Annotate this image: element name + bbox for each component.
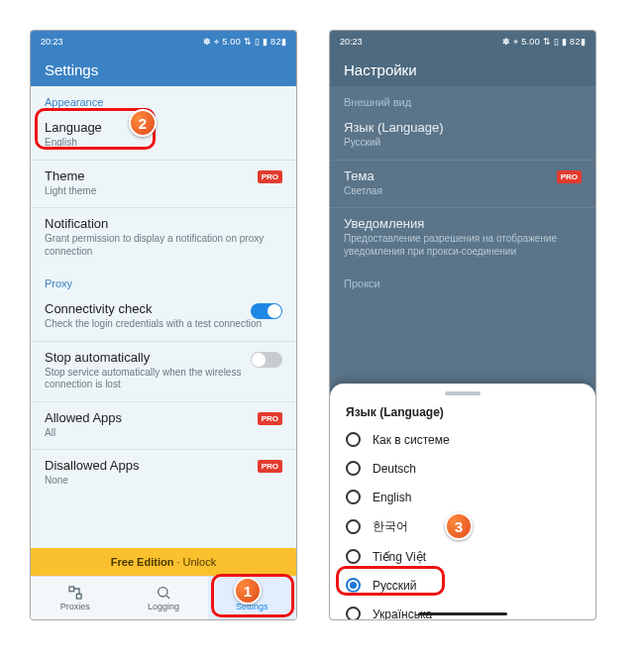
- phone-left: 20:23 ✽ ⌖ 5.00 ⇅ ▯ ▮ 82▮ Settings Appear…: [30, 30, 297, 620]
- svg-rect-1: [76, 594, 81, 599]
- language-option-label: Русский: [373, 579, 417, 593]
- row-notification-sub: Предоставление разрешения на отображение…: [344, 233, 582, 258]
- svg-rect-0: [69, 587, 74, 592]
- nav-proxies-label: Proxies: [60, 602, 90, 611]
- language-option-label: English: [373, 491, 411, 504]
- marker-3: 3: [445, 512, 473, 540]
- row-connectivity-title: Connectivity check: [45, 301, 282, 316]
- language-option-label: Deutsch: [373, 462, 416, 476]
- language-option-label: Как в системе: [373, 433, 450, 447]
- row-theme[interactable]: Тема Светлая PRO: [330, 161, 595, 208]
- language-option-label: 한국어: [373, 518, 408, 535]
- row-notification-title: Notification: [45, 216, 282, 231]
- pro-badge: PRO: [557, 170, 582, 183]
- row-language-sub: English: [45, 137, 282, 150]
- home-indicator[interactable]: [418, 612, 507, 615]
- status-indicators: ✽ ⌖ 5.00 ⇅ ▯ ▮ 82▮: [203, 37, 286, 48]
- row-language[interactable]: Language English: [31, 112, 296, 160]
- row-notification[interactable]: Notification Grant permission to display…: [31, 208, 296, 268]
- pro-badge: PRO: [258, 412, 282, 425]
- row-notification-sub: Grant permission to display a notificati…: [45, 233, 282, 258]
- row-theme-title: Тема: [344, 168, 582, 183]
- banner-bold: Free Edition: [111, 556, 174, 568]
- language-sheet: Язык (Language) Как в системеDeutschEngl…: [330, 384, 595, 619]
- status-time: 20:23: [41, 37, 63, 47]
- language-option-label: Tiếng Việt: [373, 550, 426, 564]
- row-language-title: Language: [45, 120, 282, 135]
- nav-logging[interactable]: Logging: [119, 577, 207, 619]
- pro-badge: PRO: [258, 460, 282, 473]
- sheet-title: Язык (Language): [330, 403, 595, 425]
- row-allowed-sub: All: [45, 427, 282, 440]
- radio-icon: [346, 607, 361, 619]
- row-theme-sub: Light theme: [45, 185, 282, 198]
- language-option[interactable]: English: [330, 483, 595, 511]
- switch-stop-auto[interactable]: [251, 352, 282, 368]
- row-connectivity[interactable]: Connectivity check Check the login crede…: [31, 293, 296, 341]
- row-disallowed-apps[interactable]: Disallowed Apps None PRO: [31, 450, 296, 497]
- nav-logging-label: Logging: [148, 602, 179, 611]
- marker-1: 1: [234, 577, 262, 605]
- radio-icon: [346, 432, 361, 447]
- radio-icon: [346, 519, 361, 534]
- section-appearance: Внешний вид: [330, 86, 595, 112]
- section-proxy: Proxy: [31, 268, 296, 293]
- logging-icon: [156, 585, 171, 601]
- row-stop-auto[interactable]: Stop automatically Stop service automati…: [31, 342, 296, 401]
- switch-connectivity[interactable]: [251, 303, 282, 319]
- row-allowed-title: Allowed Apps: [45, 410, 282, 425]
- status-bar: 20:23 ✽ ⌖ 5.00 ⇅ ▯ ▮ 82▮: [330, 31, 595, 53]
- row-disallowed-sub: None: [45, 475, 282, 488]
- nav-proxies[interactable]: Proxies: [31, 577, 119, 619]
- status-indicators: ✽ ⌖ 5.00 ⇅ ▯ ▮ 82▮: [502, 37, 586, 48]
- row-connectivity-sub: Check the login credentials with a test …: [45, 318, 282, 331]
- status-bar: 20:23 ✽ ⌖ 5.00 ⇅ ▯ ▮ 82▮: [31, 31, 296, 53]
- row-notification[interactable]: Уведомления Предоставление разрешения на…: [330, 208, 595, 268]
- language-option[interactable]: Deutsch: [330, 454, 595, 483]
- free-edition-banner[interactable]: Free Edition · Unlock: [31, 548, 296, 576]
- page-title: Settings: [45, 61, 98, 78]
- row-allowed-apps[interactable]: Allowed Apps All PRO: [31, 402, 296, 450]
- row-notification-title: Уведомления: [344, 216, 582, 231]
- status-time: 20:23: [340, 37, 363, 47]
- row-stop-sub: Stop service automatically when the wire…: [45, 367, 282, 391]
- row-disallowed-title: Disallowed Apps: [45, 458, 282, 473]
- radio-icon: [346, 549, 361, 564]
- radio-icon: [346, 578, 361, 593]
- page-title: Настройки: [344, 61, 417, 78]
- svg-point-2: [159, 588, 167, 597]
- language-option[interactable]: Русский: [330, 571, 595, 600]
- banner-rest: · Unlock: [173, 556, 216, 568]
- sheet-grabber[interactable]: [445, 391, 481, 395]
- app-bar: Настройки: [330, 53, 595, 86]
- marker-2: 2: [129, 109, 157, 137]
- row-language-sub: Русский: [344, 137, 582, 150]
- row-stop-title: Stop automatically: [45, 350, 282, 365]
- row-language-title: Язык (Language): [344, 120, 582, 135]
- radio-icon: [346, 461, 361, 476]
- language-option[interactable]: Tiếng Việt: [330, 542, 595, 571]
- language-option[interactable]: Українська: [330, 600, 595, 619]
- row-language[interactable]: Язык (Language) Русский: [330, 112, 595, 160]
- section-appearance: Appearance: [31, 86, 296, 112]
- row-theme[interactable]: Theme Light theme PRO: [31, 161, 296, 208]
- row-theme-sub: Светлая: [344, 185, 582, 198]
- language-option[interactable]: Как в системе: [330, 425, 595, 454]
- radio-icon: [346, 490, 361, 504]
- pro-badge: PRO: [258, 170, 282, 183]
- app-bar: Settings: [31, 53, 296, 86]
- section-proxy: Прокси: [330, 268, 595, 293]
- proxies-icon: [67, 585, 83, 601]
- row-theme-title: Theme: [45, 168, 282, 183]
